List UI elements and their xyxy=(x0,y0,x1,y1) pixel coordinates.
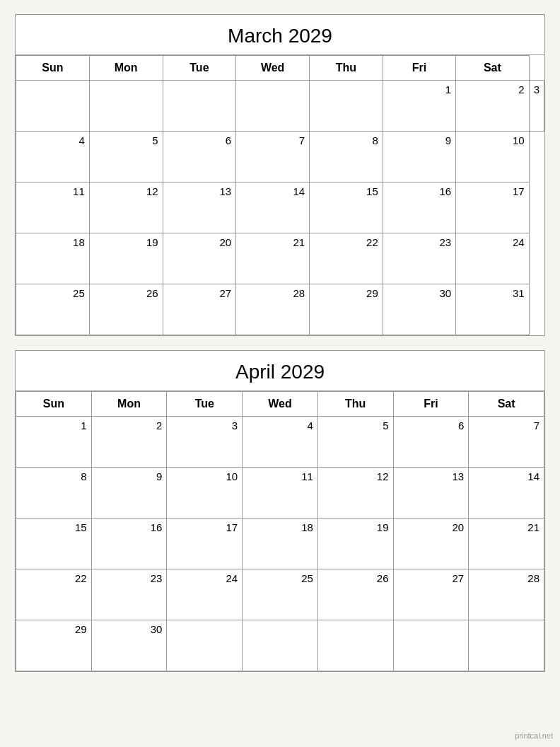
watermark: printcal.net xyxy=(515,731,553,740)
calendar-day-cell: 1 xyxy=(16,417,92,468)
calendar-day-cell: 7 xyxy=(236,132,310,183)
day-header-tue: Tue xyxy=(167,392,243,417)
calendar-day-cell: 23 xyxy=(383,233,455,284)
calendar-day-cell xyxy=(243,620,318,671)
calendar-day-cell: 8 xyxy=(16,468,92,519)
calendar-day-cell: 15 xyxy=(16,519,92,569)
calendar-day-cell: 5 xyxy=(89,132,163,183)
table-row: 891011121314 xyxy=(16,468,544,519)
calendar-day-cell: 9 xyxy=(383,132,455,183)
day-header-mon: Mon xyxy=(91,392,167,417)
calendar-day-cell: 15 xyxy=(310,183,383,233)
calendar-april-2029: April 2029SunMonTueWedThuFriSat123456789… xyxy=(15,350,545,672)
calendar-day-cell: 14 xyxy=(236,183,310,233)
calendar-day-cell: 27 xyxy=(393,569,469,620)
day-header-fri: Fri xyxy=(383,56,455,81)
table-row: 11121314151617 xyxy=(16,183,544,233)
calendar-day-cell: 22 xyxy=(310,233,383,284)
calendar-day-cell: 25 xyxy=(243,569,318,620)
calendar-day-cell: 30 xyxy=(383,284,455,335)
calendar-day-cell: 17 xyxy=(456,183,530,233)
calendar-day-cell: 18 xyxy=(243,519,318,569)
day-header-fri: Fri xyxy=(393,392,469,417)
calendar-day-cell: 12 xyxy=(317,468,393,519)
calendar-day-cell: 21 xyxy=(236,233,310,284)
calendar-day-cell xyxy=(236,81,310,132)
calendar-day-cell: 2 xyxy=(456,81,530,132)
calendar-day-cell: 16 xyxy=(383,183,455,233)
calendar-day-cell: 12 xyxy=(89,183,163,233)
calendar-day-cell: 27 xyxy=(163,284,236,335)
calendar-day-cell: 13 xyxy=(393,468,469,519)
calendar-day-cell: 20 xyxy=(163,233,236,284)
calendar-day-cell: 10 xyxy=(167,468,243,519)
day-header-mon: Mon xyxy=(89,56,163,81)
calendar-day-cell xyxy=(89,81,163,132)
calendar-day-cell: 9 xyxy=(91,468,167,519)
calendar-day-cell: 24 xyxy=(167,569,243,620)
calendar-day-cell: 29 xyxy=(16,620,92,671)
calendar-day-cell: 6 xyxy=(393,417,469,468)
table-row: 123 xyxy=(16,81,544,132)
day-header-sat: Sat xyxy=(456,56,530,81)
calendar-day-cell: 24 xyxy=(456,233,530,284)
calendar-day-cell xyxy=(310,81,383,132)
table-row: 1234567 xyxy=(16,417,544,468)
calendar-day-cell: 5 xyxy=(317,417,393,468)
day-header-thu: Thu xyxy=(310,56,383,81)
calendar-day-cell: 26 xyxy=(89,284,163,335)
calendar-day-cell: 16 xyxy=(91,519,167,569)
calendar-day-cell xyxy=(16,81,90,132)
calendar-day-cell: 29 xyxy=(310,284,383,335)
calendar-day-cell: 22 xyxy=(16,569,92,620)
table-row: 25262728293031 xyxy=(16,284,544,335)
table-row: 45678910 xyxy=(16,132,544,183)
calendar-day-cell: 19 xyxy=(89,233,163,284)
calendar-day-cell: 30 xyxy=(91,620,167,671)
calendar-day-cell: 26 xyxy=(317,569,393,620)
day-header-wed: Wed xyxy=(243,392,318,417)
calendar-day-cell: 23 xyxy=(91,569,167,620)
calendar-day-cell: 11 xyxy=(243,468,318,519)
calendar-day-cell: 6 xyxy=(163,132,236,183)
calendar-day-cell: 13 xyxy=(163,183,236,233)
calendar-day-cell: 28 xyxy=(469,569,544,620)
calendar-day-cell: 21 xyxy=(469,519,544,569)
table-row: 2930 xyxy=(16,620,544,671)
calendar-day-cell xyxy=(317,620,393,671)
calendar-day-cell: 18 xyxy=(16,233,90,284)
calendar-day-cell xyxy=(393,620,469,671)
calendar-day-cell: 4 xyxy=(243,417,318,468)
calendar-grid-april-2029: SunMonTueWedThuFriSat1234567891011121314… xyxy=(16,391,544,671)
calendar-day-cell xyxy=(163,81,236,132)
calendar-day-cell: 2 xyxy=(91,417,167,468)
calendar-day-cell: 31 xyxy=(456,284,530,335)
day-header-sun: Sun xyxy=(16,392,92,417)
calendar-day-cell: 4 xyxy=(16,132,90,183)
day-header-thu: Thu xyxy=(317,392,393,417)
calendar-day-cell: 14 xyxy=(469,468,544,519)
calendar-day-cell xyxy=(167,620,243,671)
calendar-day-cell: 3 xyxy=(529,81,544,132)
calendar-day-cell: 3 xyxy=(167,417,243,468)
table-row: 18192021222324 xyxy=(16,233,544,284)
day-header-tue: Tue xyxy=(163,56,236,81)
day-header-sat: Sat xyxy=(469,392,544,417)
table-row: 22232425262728 xyxy=(16,569,544,620)
calendar-day-cell: 20 xyxy=(393,519,469,569)
calendar-title-march-2029: March 2029 xyxy=(16,15,544,55)
calendar-day-cell: 8 xyxy=(310,132,383,183)
day-header-wed: Wed xyxy=(236,56,310,81)
calendar-day-cell: 28 xyxy=(236,284,310,335)
day-header-sun: Sun xyxy=(16,56,90,81)
calendar-title-april-2029: April 2029 xyxy=(16,351,544,391)
table-row: 15161718192021 xyxy=(16,519,544,569)
calendar-day-cell: 7 xyxy=(469,417,544,468)
calendar-day-cell: 1 xyxy=(383,81,455,132)
calendar-day-cell: 17 xyxy=(167,519,243,569)
calendar-day-cell: 10 xyxy=(456,132,530,183)
calendar-day-cell: 19 xyxy=(317,519,393,569)
calendar-grid-march-2029: SunMonTueWedThuFriSat1234567891011121314… xyxy=(16,55,544,335)
calendar-march-2029: March 2029SunMonTueWedThuFriSat123456789… xyxy=(15,14,545,336)
calendar-day-cell xyxy=(469,620,544,671)
